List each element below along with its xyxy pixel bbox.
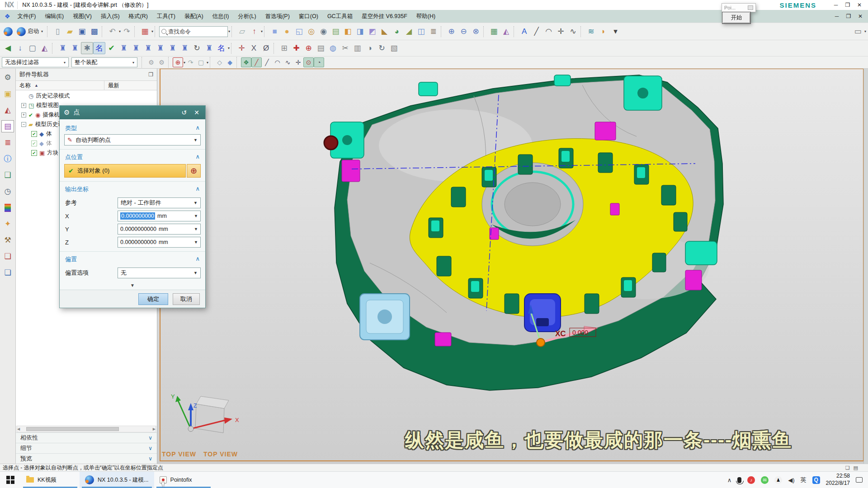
name-edit-button[interactable]: 名 [215, 42, 227, 54]
red-target-button[interactable]: ⊕ [302, 42, 315, 54]
qq-icon[interactable]: ♟ [774, 476, 782, 484]
draft-button[interactable]: ◢ [403, 25, 415, 38]
save-button[interactable]: ▣ [76, 25, 88, 38]
volume-icon[interactable]: ◀) [788, 477, 794, 483]
chamfer-button[interactable]: ◣ [378, 25, 391, 38]
internet-tab[interactable]: ⓘ [1, 153, 14, 165]
menu-item-6[interactable]: 装配(A) [180, 13, 208, 20]
save-as-button[interactable]: ▩ [88, 25, 100, 38]
mdi-restore-button[interactable]: ❐ [843, 12, 854, 21]
reference-dropdown[interactable]: 绝对 - 工作部件 ▼ [118, 197, 201, 208]
boss-button[interactable]: ◧ [342, 25, 354, 38]
block-button[interactable]: ■ [269, 25, 281, 38]
menu-item-4[interactable]: 格式(R) [124, 13, 152, 20]
dropdown-arrow-icon[interactable]: ▾ [207, 61, 208, 65]
mold-tool-5-button[interactable]: ♜ [142, 42, 154, 54]
list-button[interactable]: ▤ [315, 42, 327, 54]
lasso-button[interactable]: ▢ [196, 57, 206, 67]
menu-item-8[interactable]: 分析(L) [233, 13, 260, 20]
dropdown-arrow-icon[interactable]: ▾ [228, 46, 230, 50]
reuse-library-tab[interactable]: ≣ [1, 136, 14, 149]
nx-app-icon[interactable] [2, 25, 14, 38]
assembly-navigator-tab[interactable]: ▣ [1, 88, 14, 100]
swept-button[interactable]: ≋ [585, 25, 597, 38]
search-input[interactable] [168, 28, 218, 35]
wechat-icon[interactable]: ✉ [761, 476, 769, 484]
name-tool-button[interactable]: 名 [93, 42, 105, 54]
menu-item-13[interactable]: 帮助(H) [412, 13, 440, 20]
column-latest[interactable]: 最新 [104, 81, 157, 90]
chevron-up-icon[interactable]: ∧ [195, 185, 200, 193]
mold-tool-4-button[interactable]: ♜ [130, 42, 142, 54]
restore-button[interactable]: ❐ [842, 1, 854, 9]
section-dependencies[interactable]: 相依性∨ [16, 432, 157, 443]
snap-midpoint-button[interactable]: ╱ [262, 57, 272, 67]
constraint-navigator-tab[interactable]: ◭ [1, 104, 14, 116]
pointofix-titlebar[interactable]: Poi... [722, 3, 756, 12]
chevron-up-icon[interactable]: ∧ [195, 153, 200, 161]
red-plus-button[interactable]: ✚ [290, 42, 302, 54]
notification-icon[interactable] [856, 477, 863, 483]
resource-gear-icon[interactable]: ⚙ [1, 71, 14, 84]
hatch-button[interactable]: ▧ [388, 42, 400, 54]
refresh-button[interactable]: ↻ [376, 42, 388, 54]
model-3d[interactable]: XC 0.000 Y Z X TOP VIEW TOP VIEW [157, 69, 868, 464]
redo-button[interactable]: ↷ [121, 25, 133, 38]
qq-browser-icon[interactable]: Q [812, 476, 820, 484]
toolbar-options-button[interactable]: ▭ [852, 25, 864, 38]
blend-button[interactable]: ◕ [391, 25, 403, 38]
x-coordinate-field[interactable]: 0.000000000 mm ▼ [118, 211, 201, 221]
snap-arc-button[interactable]: ◠ [272, 57, 283, 67]
mold-tool-9-button[interactable]: ♜ [203, 42, 215, 54]
mold-tool-3-button[interactable]: ♜ [118, 42, 130, 54]
cylinder-button[interactable]: ● [281, 25, 293, 38]
chevron-up-icon[interactable]: ∧ [195, 124, 200, 132]
thread-button[interactable]: ≣ [427, 25, 439, 38]
dialog-collapse-icon[interactable]: ▼ [64, 281, 201, 290]
dropdown-arrow-icon[interactable]: ▾ [864, 29, 866, 33]
ok-button[interactable]: 确定 [138, 293, 168, 305]
menu-item-2[interactable]: 视图(V) [68, 13, 96, 20]
snap-enable-button[interactable]: ❖ [241, 57, 251, 67]
web-browser-tab[interactable]: ❑ [1, 169, 14, 181]
insert-block-lightblue[interactable] [360, 294, 410, 340]
rotate-reuse-button[interactable]: ↻ [191, 42, 203, 54]
measure-button[interactable]: Ø [260, 42, 272, 54]
y-coordinate-field[interactable]: 0.0000000000 mm ▼ [118, 224, 201, 235]
dropdown-arrow-icon[interactable]: ▼ [194, 240, 198, 244]
menu-item-0[interactable]: 文件(F) [13, 13, 41, 20]
snap-intersect-button[interactable]: ✛ [293, 57, 303, 67]
part-navigator-tab[interactable]: ▤ [1, 120, 14, 132]
dropdown-arrow-icon[interactable]: ▼ [194, 227, 198, 231]
sphere-button[interactable]: ◍ [327, 42, 339, 54]
checkbox-icon[interactable]: ✔ [31, 131, 37, 137]
rib-button[interactable]: ▤ [330, 25, 342, 38]
hole-button[interactable]: ◉ [317, 25, 330, 38]
select-point-button[interactable]: ⊕ [173, 57, 183, 67]
mold-tool-1-button[interactable]: ♜ [57, 42, 69, 54]
menu-item-1[interactable]: 编辑(E) [41, 13, 69, 20]
point-dialog-titlebar[interactable]: ⚙ 点 ↺ ✕ [60, 106, 205, 119]
verify-button[interactable]: ✔ [105, 42, 118, 54]
expander-icon[interactable]: − [21, 122, 26, 127]
spline-button[interactable]: ∿ [567, 25, 579, 38]
tray-expand-icon[interactable]: ∧ [727, 477, 732, 483]
shell-button[interactable]: ◫ [415, 25, 427, 38]
cancel-button[interactable]: 取消 [173, 293, 200, 305]
dyn-xc-value[interactable]: 0.000 [572, 329, 588, 336]
mold-tool-2-button[interactable]: ♜ [69, 42, 81, 54]
pointofix-window-icon[interactable] [748, 5, 753, 10]
point-type-dropdown[interactable]: ✎ 自动判断的点 ▼ [64, 134, 201, 145]
select-object-row[interactable]: ✔ 选择对象 (0) [64, 164, 186, 178]
point-button[interactable]: ✛ [555, 25, 567, 38]
pattern-button[interactable]: ▦ [488, 25, 500, 38]
menu-item-10[interactable]: 窗口(O) [294, 13, 323, 20]
menu-item-7[interactable]: 信息(I) [208, 13, 234, 20]
snap-gear-1-button[interactable]: ⚙ [146, 57, 156, 67]
selection-scope-dropdown[interactable]: 整个装配▾ [71, 57, 137, 67]
unite-button[interactable]: ⊕ [445, 25, 458, 38]
command-finder-box[interactable] [159, 26, 228, 37]
menu-item-5[interactable]: 工具(T) [152, 13, 180, 20]
wireframe-cube-button[interactable]: ▢ [26, 42, 38, 54]
half-section-button[interactable]: ◭ [38, 42, 51, 54]
